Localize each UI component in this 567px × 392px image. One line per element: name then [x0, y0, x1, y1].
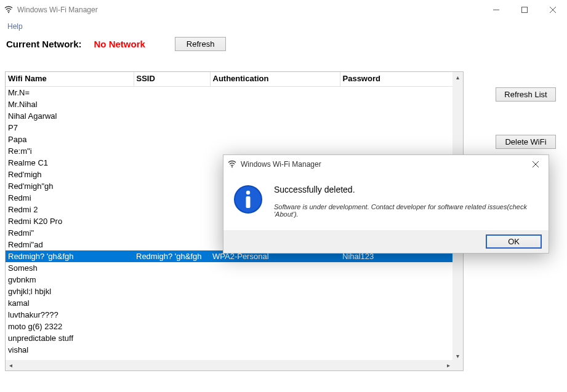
- table-cell: Papa: [6, 134, 134, 145]
- svg-point-5: [231, 166, 233, 167]
- table-cell: Red'migh: [6, 169, 134, 180]
- scroll-up-icon[interactable]: ▴: [452, 72, 463, 82]
- svg-point-0: [8, 12, 9, 13]
- table-cell: unpredictable stuff: [6, 332, 134, 344]
- table-cell: Mr.Nihal: [6, 98, 134, 110]
- table-cell: kamal: [6, 297, 134, 309]
- table-cell: gvbnkm: [6, 274, 134, 286]
- dialog-ok-button[interactable]: OK: [486, 235, 541, 248]
- close-button[interactable]: [539, 0, 567, 20]
- dialog-footer: OK: [223, 230, 549, 253]
- table-cell: [340, 274, 454, 286]
- table-cell: [134, 309, 210, 321]
- info-icon: [233, 185, 263, 216]
- table-cell: [134, 286, 210, 297]
- table-cell: [210, 110, 340, 122]
- maximize-button[interactable]: [510, 0, 539, 20]
- current-network-label: Current Network:: [6, 39, 82, 49]
- svg-point-9: [246, 191, 250, 194]
- table-cell: [210, 297, 340, 309]
- svg-rect-2: [522, 7, 528, 13]
- dialog-titlebar: Windows Wi-Fi Manager: [223, 155, 549, 174]
- table-cell: [210, 309, 340, 321]
- svg-rect-10: [246, 196, 251, 208]
- table-row[interactable]: Nihal Agarwal: [6, 110, 454, 122]
- table-cell: Mr.N=: [6, 87, 134, 99]
- refresh-button[interactable]: Refresh: [175, 37, 227, 51]
- table-cell: [134, 344, 210, 356]
- table-cell: [210, 134, 340, 145]
- table-cell: [134, 204, 210, 215]
- table-cell: vishal: [6, 344, 134, 356]
- table-row[interactable]: P7: [6, 122, 454, 134]
- table-cell: [340, 110, 454, 122]
- table-cell: luvthakur????: [6, 309, 134, 321]
- table-cell: [134, 274, 210, 286]
- refresh-list-button[interactable]: Refresh List: [496, 87, 556, 102]
- table-row[interactable]: unpredictable stuff: [6, 332, 454, 344]
- scroll-track-h[interactable]: [16, 360, 443, 370]
- minimize-button[interactable]: [482, 0, 510, 20]
- table-cell: [134, 110, 210, 122]
- table-row[interactable]: Papa: [6, 134, 454, 145]
- dialog-close-button[interactable]: [523, 155, 549, 174]
- col-ssid[interactable]: SSID: [134, 72, 210, 87]
- table-cell: [210, 274, 340, 286]
- scroll-left-icon[interactable]: ◂: [6, 360, 16, 370]
- table-cell: [134, 98, 210, 110]
- table-cell: [210, 262, 340, 274]
- table-row[interactable]: Somesh: [6, 262, 454, 274]
- table-cell: [134, 145, 210, 157]
- table-row[interactable]: vishal: [6, 344, 454, 356]
- table-row[interactable]: moto g(6) 2322: [6, 321, 454, 332]
- table-cell: Redmigh? 'gh&fgh: [6, 250, 134, 262]
- table-row[interactable]: gvbnkm: [6, 274, 454, 286]
- table-cell: [340, 87, 454, 99]
- table-cell: [134, 227, 210, 239]
- horizontal-scrollbar[interactable]: ◂ ▸: [6, 360, 454, 370]
- table-cell: [134, 192, 210, 204]
- table-cell: [210, 332, 340, 344]
- col-auth[interactable]: Authentication: [210, 72, 340, 87]
- table-cell: [134, 215, 210, 227]
- table-cell: Redmi 2: [6, 204, 134, 215]
- table-row[interactable]: kamal: [6, 297, 454, 309]
- table-cell: [134, 157, 210, 169]
- table-row[interactable]: Mr.N=: [6, 87, 454, 99]
- table-cell: [134, 169, 210, 180]
- side-button-group: Refresh List Delete WiFi: [496, 87, 556, 149]
- dialog-title: Windows Wi-Fi Manager: [241, 160, 523, 169]
- table-cell: P7: [6, 122, 134, 134]
- table-cell: [134, 262, 210, 274]
- table-cell: Redmigh? 'gh&fgh: [134, 250, 210, 262]
- current-network-value: No Network: [94, 39, 145, 49]
- current-network-row: Current Network: No Network Refresh: [0, 34, 567, 53]
- table-cell: [210, 98, 340, 110]
- table-cell: [340, 321, 454, 332]
- scroll-grip: [452, 360, 463, 370]
- table-cell: [340, 262, 454, 274]
- dialog-sub-text: Software is under development. Contact d…: [274, 203, 539, 218]
- table-cell: [134, 332, 210, 344]
- table-cell: [134, 239, 210, 250]
- table-row[interactable]: Mr.Nihal: [6, 98, 454, 110]
- col-wifi-name[interactable]: Wifi Name: [6, 72, 134, 87]
- table-cell: Somesh: [6, 262, 134, 274]
- table-row[interactable]: gvhjkl;l hbjkl: [6, 286, 454, 297]
- table-cell: [134, 321, 210, 332]
- table-cell: Redmi: [6, 192, 134, 204]
- menu-help[interactable]: Help: [4, 21, 26, 32]
- table-cell: [340, 297, 454, 309]
- message-dialog: Windows Wi-Fi Manager Successfully delet…: [223, 154, 549, 254]
- wifi-icon: [227, 159, 237, 170]
- table-cell: [210, 286, 340, 297]
- dialog-text-group: Successfully deleted. Software is under …: [274, 185, 539, 218]
- table-cell: [340, 98, 454, 110]
- table-cell: [340, 122, 454, 134]
- table-cell: [210, 122, 340, 134]
- window-title: Windows Wi-Fi Manager: [17, 6, 482, 14]
- table-cell: [340, 332, 454, 344]
- col-password[interactable]: Password: [340, 72, 454, 87]
- delete-wifi-button[interactable]: Delete WiFi: [496, 135, 556, 149]
- table-row[interactable]: luvthakur????: [6, 309, 454, 321]
